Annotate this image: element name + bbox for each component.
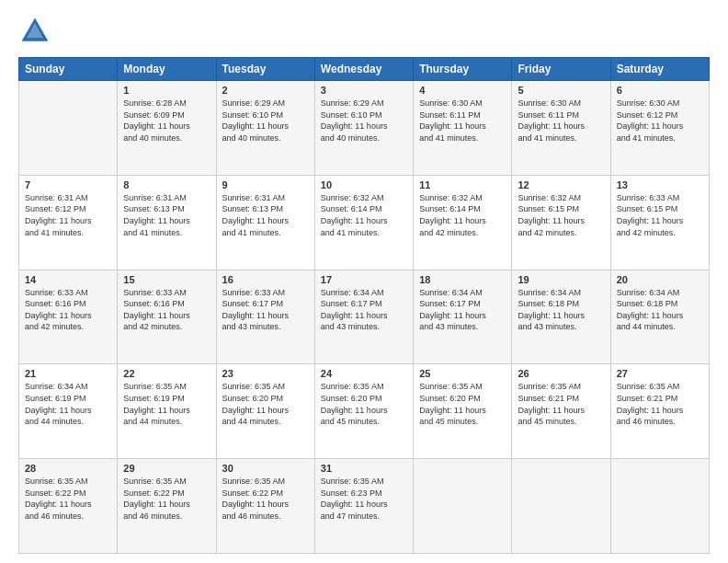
day-number: 31 [321,463,407,474]
calendar-cell: 20Sunrise: 6:34 AM Sunset: 6:18 PM Dayli… [610,270,709,364]
day-header-wednesday: Wednesday [314,58,413,81]
day-number: 12 [518,179,604,190]
day-info: Sunrise: 6:35 AM Sunset: 6:23 PM Dayligh… [321,476,407,522]
day-header-saturday: Saturday [610,58,709,81]
calendar-cell: 27Sunrise: 6:35 AM Sunset: 6:21 PM Dayli… [610,364,709,459]
calendar-cell: 24Sunrise: 6:35 AM Sunset: 6:20 PM Dayli… [314,364,413,459]
day-info: Sunrise: 6:34 AM Sunset: 6:17 PM Dayligh… [419,287,506,333]
day-header-monday: Monday [118,58,216,81]
calendar-cell [414,459,512,554]
calendar-cell: 25Sunrise: 6:35 AM Sunset: 6:20 PM Dayli… [414,364,512,459]
day-info: Sunrise: 6:35 AM Sunset: 6:22 PM Dayligh… [123,476,210,522]
calendar-cell: 7Sunrise: 6:31 AM Sunset: 6:12 PM Daylig… [19,175,118,270]
calendar-cell: 5Sunrise: 6:30 AM Sunset: 6:11 PM Daylig… [512,81,610,176]
day-info: Sunrise: 6:34 AM Sunset: 6:18 PM Dayligh… [518,287,604,333]
day-number: 21 [25,368,111,379]
calendar-cell: 4Sunrise: 6:30 AM Sunset: 6:11 PM Daylig… [414,81,512,176]
day-header-friday: Friday [512,58,610,81]
week-row-1: 1Sunrise: 6:28 AM Sunset: 6:09 PM Daylig… [19,81,710,176]
day-number: 7 [25,179,111,190]
day-info: Sunrise: 6:35 AM Sunset: 6:20 PM Dayligh… [321,381,407,427]
day-info: Sunrise: 6:31 AM Sunset: 6:13 PM Dayligh… [123,192,210,238]
calendar-cell: 28Sunrise: 6:35 AM Sunset: 6:22 PM Dayli… [19,459,118,554]
day-info: Sunrise: 6:35 AM Sunset: 6:21 PM Dayligh… [617,381,703,427]
week-row-4: 21Sunrise: 6:34 AM Sunset: 6:19 PM Dayli… [19,364,710,459]
calendar-cell: 31Sunrise: 6:35 AM Sunset: 6:23 PM Dayli… [314,459,413,554]
calendar-cell: 10Sunrise: 6:32 AM Sunset: 6:14 PM Dayli… [314,175,413,270]
calendar-cell: 11Sunrise: 6:32 AM Sunset: 6:14 PM Dayli… [414,175,512,270]
calendar-cell: 16Sunrise: 6:33 AM Sunset: 6:17 PM Dayli… [216,270,314,364]
calendar-cell: 17Sunrise: 6:34 AM Sunset: 6:17 PM Dayli… [314,270,413,364]
calendar-cell: 12Sunrise: 6:32 AM Sunset: 6:15 PM Dayli… [512,175,610,270]
header [18,15,710,48]
logo [18,15,55,48]
day-info: Sunrise: 6:33 AM Sunset: 6:16 PM Dayligh… [25,287,111,333]
day-info: Sunrise: 6:35 AM Sunset: 6:22 PM Dayligh… [25,476,111,522]
day-number: 29 [123,463,210,474]
calendar-cell: 3Sunrise: 6:29 AM Sunset: 6:10 PM Daylig… [314,81,413,176]
day-info: Sunrise: 6:29 AM Sunset: 6:10 PM Dayligh… [321,98,407,144]
day-number: 30 [222,463,309,474]
day-info: Sunrise: 6:30 AM Sunset: 6:11 PM Dayligh… [518,98,604,144]
day-info: Sunrise: 6:35 AM Sunset: 6:22 PM Dayligh… [222,476,309,522]
day-info: Sunrise: 6:29 AM Sunset: 6:10 PM Dayligh… [222,98,309,144]
day-info: Sunrise: 6:28 AM Sunset: 6:09 PM Dayligh… [123,98,210,144]
day-number: 22 [123,368,210,379]
day-number: 26 [518,368,604,379]
day-info: Sunrise: 6:31 AM Sunset: 6:12 PM Dayligh… [25,192,111,238]
week-row-3: 14Sunrise: 6:33 AM Sunset: 6:16 PM Dayli… [19,270,710,364]
calendar-cell: 1Sunrise: 6:28 AM Sunset: 6:09 PM Daylig… [118,81,216,176]
day-number: 16 [222,274,309,285]
calendar-cell [610,459,709,554]
day-number: 15 [123,274,210,285]
day-header-tuesday: Tuesday [216,58,314,81]
week-row-5: 28Sunrise: 6:35 AM Sunset: 6:22 PM Dayli… [19,459,710,554]
day-info: Sunrise: 6:34 AM Sunset: 6:19 PM Dayligh… [25,381,111,427]
day-info: Sunrise: 6:35 AM Sunset: 6:20 PM Dayligh… [222,381,309,427]
day-info: Sunrise: 6:32 AM Sunset: 6:15 PM Dayligh… [518,192,604,238]
calendar-cell: 8Sunrise: 6:31 AM Sunset: 6:13 PM Daylig… [118,175,216,270]
calendar-cell: 2Sunrise: 6:29 AM Sunset: 6:10 PM Daylig… [216,81,314,176]
calendar-cell: 21Sunrise: 6:34 AM Sunset: 6:19 PM Dayli… [19,364,118,459]
day-number: 4 [419,85,506,96]
day-number: 5 [518,85,604,96]
day-number: 24 [321,368,407,379]
calendar-cell: 6Sunrise: 6:30 AM Sunset: 6:12 PM Daylig… [610,81,709,176]
day-number: 11 [419,179,506,190]
day-info: Sunrise: 6:32 AM Sunset: 6:14 PM Dayligh… [419,192,506,238]
day-info: Sunrise: 6:35 AM Sunset: 6:21 PM Dayligh… [518,381,604,427]
day-number: 18 [419,274,506,285]
calendar-cell: 14Sunrise: 6:33 AM Sunset: 6:16 PM Dayli… [19,270,118,364]
day-number: 2 [222,85,309,96]
day-number: 13 [617,179,703,190]
calendar-cell: 23Sunrise: 6:35 AM Sunset: 6:20 PM Dayli… [216,364,314,459]
calendar-cell: 15Sunrise: 6:33 AM Sunset: 6:16 PM Dayli… [118,270,216,364]
day-info: Sunrise: 6:34 AM Sunset: 6:18 PM Dayligh… [617,287,703,333]
day-number: 23 [222,368,309,379]
day-info: Sunrise: 6:31 AM Sunset: 6:13 PM Dayligh… [222,192,309,238]
day-number: 27 [617,368,703,379]
week-row-2: 7Sunrise: 6:31 AM Sunset: 6:12 PM Daylig… [19,175,710,270]
day-info: Sunrise: 6:33 AM Sunset: 6:17 PM Dayligh… [222,287,309,333]
day-header-thursday: Thursday [414,58,512,81]
calendar-cell: 30Sunrise: 6:35 AM Sunset: 6:22 PM Dayli… [216,459,314,554]
day-info: Sunrise: 6:30 AM Sunset: 6:11 PM Dayligh… [419,98,506,144]
calendar-cell: 13Sunrise: 6:33 AM Sunset: 6:15 PM Dayli… [610,175,709,270]
day-info: Sunrise: 6:35 AM Sunset: 6:19 PM Dayligh… [123,381,210,427]
day-number: 3 [321,85,407,96]
day-number: 8 [123,179,210,190]
day-number: 25 [419,368,506,379]
day-info: Sunrise: 6:32 AM Sunset: 6:14 PM Dayligh… [321,192,407,238]
logo-icon [18,15,51,48]
day-number: 17 [321,274,407,285]
calendar-cell: 29Sunrise: 6:35 AM Sunset: 6:22 PM Dayli… [118,459,216,554]
day-info: Sunrise: 6:33 AM Sunset: 6:16 PM Dayligh… [123,287,210,333]
day-info: Sunrise: 6:30 AM Sunset: 6:12 PM Dayligh… [617,98,703,144]
day-number: 28 [25,463,111,474]
calendar-cell: 26Sunrise: 6:35 AM Sunset: 6:21 PM Dayli… [512,364,610,459]
page: SundayMondayTuesdayWednesdayThursdayFrid… [0,0,728,563]
calendar-cell: 18Sunrise: 6:34 AM Sunset: 6:17 PM Dayli… [414,270,512,364]
day-number: 19 [518,274,604,285]
day-number: 20 [617,274,703,285]
day-header-sunday: Sunday [19,58,118,81]
